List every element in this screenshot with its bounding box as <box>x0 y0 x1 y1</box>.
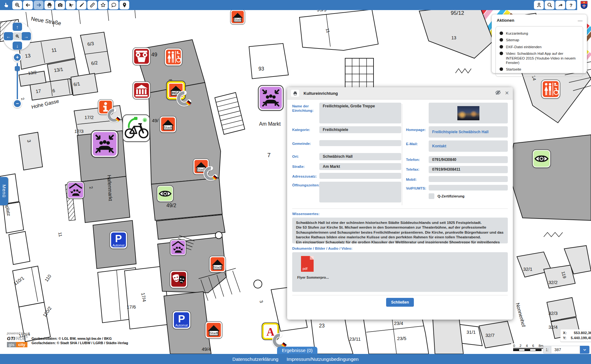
kategorie-label: Kategorie: <box>292 126 319 133</box>
scale-dropdown-button[interactable] <box>580 346 589 354</box>
share-button[interactable] <box>555 1 565 9</box>
datenschutz-link[interactable]: Datenschutzerklärung <box>232 356 278 362</box>
aktionen-item[interactable]: Video: Schwäbisch Hall App auf der INTER… <box>499 51 580 65</box>
telefon-field[interactable]: 0791/9430840 <box>429 156 508 163</box>
aktionen-item[interactable]: Kurzanleitung <box>499 31 580 36</box>
dialog-print-icon[interactable] <box>291 90 299 97</box>
menu-tab[interactable]: Menü <box>0 177 8 205</box>
homepage-field[interactable]: Freilichtspiele Schwäbisch Hall <box>429 126 508 138</box>
scale-tick: 0 <box>513 344 515 348</box>
screenshot-button[interactable] <box>55 1 65 9</box>
attribution-line1: Geobasisdaten: © LGL BW, www.lgl-bw.de /… <box>32 336 128 341</box>
stadt-sign-poi[interactable]: Stadt <box>209 256 226 273</box>
zoom-extent-button[interactable] <box>13 32 22 40</box>
close-icon[interactable]: ✕ <box>505 91 509 96</box>
back-button[interactable] <box>23 1 33 9</box>
top-toolbar: ? <box>0 0 591 10</box>
aktionen-item[interactable]: Startseite <box>499 67 580 71</box>
select-tool-button[interactable] <box>66 1 76 9</box>
scale-tick: 6 <box>532 344 534 348</box>
kategorie-field[interactable]: Freilichtspiele <box>319 126 401 133</box>
hide-marker-icon[interactable] <box>495 89 501 97</box>
stadt-sign-poi[interactable]: Stadt <box>159 116 177 133</box>
zoom-out-button[interactable]: − <box>13 99 22 108</box>
masks-poi[interactable] <box>170 270 188 288</box>
svg-text:e: e <box>144 118 146 122</box>
schliessen-button[interactable]: Schließen <box>386 298 414 307</box>
aktionen-item[interactable]: DXF-Datei einblenden <box>499 45 580 49</box>
bullet-icon <box>500 67 503 71</box>
print-button[interactable] <box>44 1 54 9</box>
user-button[interactable] <box>534 1 544 9</box>
pan-up-button[interactable]: ↑ <box>13 23 22 31</box>
scale-prefix: 1: <box>543 346 551 354</box>
culture-column-poi[interactable] <box>132 47 151 65</box>
search-button[interactable] <box>545 1 554 9</box>
attachment-caption[interactable]: Flyer Sommerpro... <box>297 276 503 279</box>
bullet-icon <box>500 45 503 48</box>
eye-poi[interactable] <box>157 185 174 202</box>
zoom-slider-handle[interactable] <box>15 66 20 71</box>
assembly-poi[interactable] <box>91 130 119 158</box>
pan-tool-button[interactable] <box>1 0 11 10</box>
marker-button[interactable] <box>119 1 129 9</box>
parking-poi[interactable]: PAutomat <box>172 310 191 329</box>
pan-down-button[interactable]: ↓ <box>13 42 22 50</box>
museum-poi[interactable] <box>132 81 151 100</box>
stadt-sign-poi[interactable]: Stadt <box>205 321 223 339</box>
strasse-field[interactable]: Am Markt <box>319 163 401 170</box>
city-crest-logo[interactable] <box>577 0 591 10</box>
pdf-attachment-icon[interactable]: pdf <box>301 256 314 272</box>
mobil-label: Mobil: <box>406 176 429 182</box>
wc-sign-poi[interactable] <box>164 48 183 66</box>
scale-input[interactable]: 387 <box>551 346 580 354</box>
roof-people-poi[interactable] <box>67 181 84 199</box>
adresszusatz-field[interactable] <box>319 173 401 179</box>
wissenswertes-text: Schwäbisch Hall ist eine der schönsten h… <box>292 218 508 243</box>
eye-poi[interactable] <box>532 149 551 168</box>
dialog-header: Kultureinrichtung ✕ <box>287 87 513 100</box>
aktionen-list: KurzanleitungSitemapDXF-Datei einblenden… <box>495 26 583 77</box>
ebike-poi[interactable]: e <box>122 114 150 142</box>
pan-left-button[interactable]: ← <box>4 32 13 40</box>
name-der-einrichtung-field[interactable]: Freilichtspiele, Große Treppe <box>319 103 401 123</box>
mobil-field[interactable] <box>429 176 508 182</box>
ort-field[interactable]: Schwäbisch Hall <box>319 153 401 160</box>
coord-y-label: Y: <box>563 336 566 341</box>
help-button[interactable]: ? <box>566 1 576 9</box>
map-pan-control: ↑ ← → ↓ <box>3 22 32 50</box>
gti-rdb-logo[interactable]: GTI/RDB® <box>7 336 28 341</box>
draw-tool-button[interactable] <box>77 1 86 9</box>
forward-button[interactable] <box>34 1 43 9</box>
measure-tool-button[interactable] <box>87 1 97 9</box>
zoom-box-button[interactable] <box>12 1 22 9</box>
favorites-button[interactable] <box>98 1 108 9</box>
parking-poi[interactable]: PAutomat <box>109 231 128 249</box>
gemeinde-field[interactable] <box>319 140 401 146</box>
venue-photo[interactable] <box>457 106 479 120</box>
wc-sign-poi[interactable] <box>541 79 560 99</box>
aktionen-item[interactable]: Sitemap <box>499 38 580 42</box>
q-zertifizierung-checkbox[interactable] <box>429 193 434 199</box>
attachments-box: pdf Flyer Sommerpro... <box>292 252 508 292</box>
telefax-label: Telefax: <box>406 166 429 173</box>
coordinate-readout: X:553.802,36 Y:5.440.199,40 <box>560 329 591 342</box>
flag-ribbon-poi[interactable] <box>176 91 193 108</box>
telefax-field[interactable]: 07919/94308411 <box>429 166 508 173</box>
email-field[interactable]: Kontakt <box>429 140 508 152</box>
roof-people-poi[interactable] <box>170 239 186 256</box>
svg-text:P: P <box>115 233 122 244</box>
results-tab[interactable]: Ergebnisse (0) <box>277 347 317 354</box>
stadt-sign-poi[interactable]: Stadt <box>230 9 245 25</box>
impressum-link[interactable]: Impressum/Nutzungsbedingungen <box>287 356 358 362</box>
voip-umts-field[interactable] <box>429 185 508 191</box>
flag-ribbon-poi[interactable] <box>203 166 219 182</box>
pan-right-button[interactable]: → <box>21 32 31 40</box>
minimize-panel-button[interactable]: — <box>578 18 582 23</box>
zoom-in-button[interactable]: + <box>13 53 22 62</box>
flag-ribbon-poi[interactable] <box>107 108 122 123</box>
assembly-poi[interactable] <box>258 85 284 111</box>
comment-button[interactable] <box>109 1 119 9</box>
gis-city-logo[interactable]: giscity <box>7 342 28 347</box>
oeffnungszeiten-field[interactable] <box>319 182 401 202</box>
